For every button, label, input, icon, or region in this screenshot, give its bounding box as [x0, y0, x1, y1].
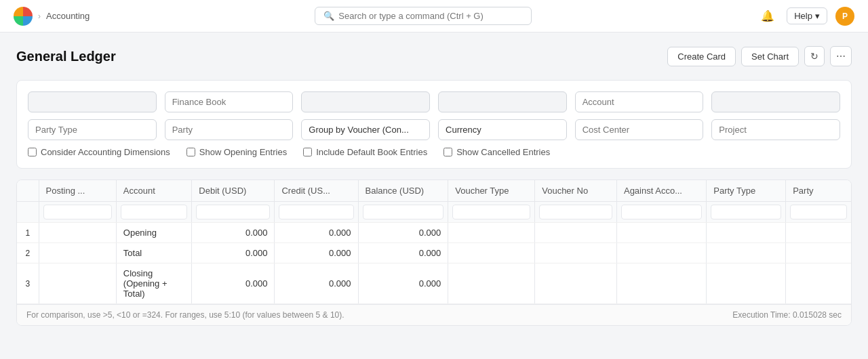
to-date-field[interactable]: 26-04-2021: [438, 91, 567, 112]
account-field[interactable]: [575, 91, 704, 112]
cell-debit: 0.000: [192, 263, 275, 304]
execution-time: Execution Time: 0.015028 sec: [732, 310, 842, 320]
help-label: Help: [794, 11, 812, 21]
table-header-row: Posting ... Account Debit (USD) Credit (…: [17, 180, 851, 202]
col-row-num: [17, 180, 39, 202]
cell-voucher-no: [535, 243, 617, 263]
company-field[interactable]: Unico Plastics Inc.: [28, 91, 157, 112]
col-balance[interactable]: Balance (USD): [358, 180, 448, 202]
include-default-checkbox[interactable]: Include Default Book Entries: [303, 147, 427, 157]
cell-debit: 0.000: [192, 243, 275, 263]
cell-voucher-type: [448, 223, 535, 243]
cell-credit: 0.000: [275, 263, 358, 304]
user-avatar[interactable]: P: [835, 7, 854, 26]
cell-against-acct: [616, 243, 706, 263]
cell-voucher-no: [535, 263, 617, 304]
cell-party: [786, 263, 851, 304]
header-actions: Create Card Set Chart ↻ ⋯: [667, 46, 852, 66]
help-button[interactable]: Help ▾: [787, 7, 827, 24]
topnav: › Accounting 🔍 🔔 Help ▾ P: [0, 0, 868, 33]
filter-debit[interactable]: [196, 205, 270, 219]
row-number: 2: [17, 243, 39, 263]
search-input[interactable]: [338, 11, 523, 21]
voucher-no-field[interactable]: MAT-STE-2021-00003: [711, 91, 840, 112]
cell-voucher-type: [448, 243, 535, 263]
filter-card: Unico Plastics Inc. 26-04-2021 26-04-202…: [16, 80, 852, 169]
col-party-type[interactable]: Party Type: [707, 180, 786, 202]
row-number: 1: [17, 223, 39, 243]
group-by-select[interactable]: Group by Voucher (Con...: [301, 119, 430, 140]
breadcrumb-sep: ›: [38, 12, 41, 21]
cell-against-acct: [616, 263, 706, 304]
finance-book-field[interactable]: [165, 91, 294, 112]
party-field[interactable]: [165, 119, 294, 140]
cell-posting-date: [39, 243, 116, 263]
main-content: General Ledger Create Card Set Chart ↻ ⋯…: [0, 33, 868, 339]
table-row: 2 Total 0.000 0.000 0.000: [17, 243, 851, 263]
cell-account: Closing (Opening + Total): [116, 263, 192, 304]
filter-balance[interactable]: [363, 205, 444, 219]
from-date-field[interactable]: 26-04-2021: [301, 91, 430, 112]
consider-accounting-checkbox[interactable]: Consider Accounting Dimensions: [28, 147, 170, 157]
breadcrumb-item[interactable]: Accounting: [46, 11, 90, 21]
col-party[interactable]: Party: [786, 180, 851, 202]
filter-account[interactable]: [121, 205, 188, 219]
bell-icon: 🔔: [761, 9, 774, 22]
col-account[interactable]: Account: [116, 180, 192, 202]
cell-balance: 0.000: [358, 223, 448, 243]
cell-posting-date: [39, 263, 116, 304]
cell-credit: 0.000: [275, 223, 358, 243]
cell-account: Total: [116, 243, 192, 263]
col-voucher-type[interactable]: Voucher Type: [448, 180, 535, 202]
filter-row-2: Group by Voucher (Con... Currency: [28, 119, 840, 140]
party-type-field[interactable]: [28, 119, 157, 140]
create-card-button[interactable]: Create Card: [667, 47, 736, 66]
filter-voucher-type[interactable]: [452, 205, 530, 219]
filter-party-type[interactable]: [711, 205, 781, 219]
cell-against-acct: [616, 223, 706, 243]
cell-posting-date: [39, 223, 116, 243]
show-opening-checkbox[interactable]: Show Opening Entries: [186, 147, 287, 157]
filter-against-acct[interactable]: [621, 205, 702, 219]
chevron-down-icon: ▾: [815, 11, 820, 21]
notification-button[interactable]: 🔔: [757, 5, 778, 27]
col-credit[interactable]: Credit (US...: [275, 180, 358, 202]
filter-party[interactable]: [790, 205, 847, 219]
table-row: 3 Closing (Opening + Total) 0.000 0.000 …: [17, 263, 851, 304]
table-row: 1 Opening 0.000 0.000 0.000: [17, 223, 851, 243]
table-filter-row: [17, 202, 851, 223]
table-footer: For comparison, use >5, <10 or =324. For…: [17, 304, 851, 325]
filter-row-1: Unico Plastics Inc. 26-04-2021 26-04-202…: [28, 91, 840, 112]
cell-balance: 0.000: [358, 263, 448, 304]
set-chart-button[interactable]: Set Chart: [741, 47, 799, 66]
filter-posting-date[interactable]: [43, 205, 112, 219]
cell-debit: 0.000: [192, 223, 275, 243]
filter-credit[interactable]: [279, 205, 353, 219]
cell-party-type: [707, 223, 786, 243]
more-options-button[interactable]: ⋯: [830, 46, 852, 66]
currency-select[interactable]: Currency: [438, 119, 567, 140]
show-cancelled-checkbox[interactable]: Show Cancelled Entries: [443, 147, 550, 157]
col-debit[interactable]: Debit (USD): [192, 180, 275, 202]
app-logo[interactable]: [14, 7, 33, 26]
cell-balance: 0.000: [358, 243, 448, 263]
search-icon: 🔍: [323, 11, 334, 21]
cell-account: Opening: [116, 223, 192, 243]
cell-party: [786, 243, 851, 263]
cell-voucher-no: [535, 223, 617, 243]
cost-center-field[interactable]: [575, 119, 704, 140]
filter-voucher-no[interactable]: [539, 205, 612, 219]
page-header: General Ledger Create Card Set Chart ↻ ⋯: [16, 46, 852, 66]
row-number: 3: [17, 263, 39, 304]
col-voucher-no[interactable]: Voucher No: [535, 180, 617, 202]
page-title: General Ledger: [16, 49, 116, 64]
col-against-acct[interactable]: Against Acco...: [616, 180, 706, 202]
search-bar[interactable]: 🔍: [315, 7, 532, 25]
topnav-right: 🔔 Help ▾ P: [757, 5, 854, 27]
cell-party-type: [707, 263, 786, 304]
project-field[interactable]: [711, 119, 840, 140]
refresh-button[interactable]: ↻: [804, 46, 825, 66]
cell-party: [786, 223, 851, 243]
data-table: Posting ... Account Debit (USD) Credit (…: [17, 180, 851, 304]
col-posting-date[interactable]: Posting ...: [39, 180, 116, 202]
